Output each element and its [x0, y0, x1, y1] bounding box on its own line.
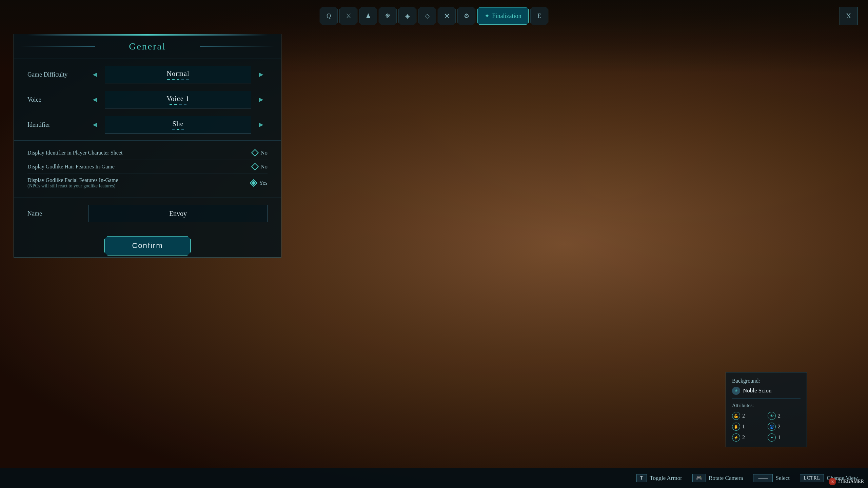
- identifier-row: Identifier She: [27, 116, 268, 134]
- diamond-icon-1: [251, 149, 259, 157]
- toggle-label-2: Display Godlike Hair Features In-Game: [27, 164, 115, 170]
- difficulty-row: Game Difficulty Normal: [27, 66, 268, 83]
- bg-card-title: Background:: [732, 378, 801, 384]
- difficulty-arrow-left[interactable]: [88, 69, 101, 80]
- vdot-3: [179, 104, 182, 105]
- nav-btn-q[interactable]: Q: [320, 7, 338, 25]
- vdot-4: [184, 104, 186, 105]
- voice-value: Voice 1: [166, 95, 189, 103]
- change-view-key: LCTRL: [800, 474, 824, 482]
- bg-card-name: ⚜ Noble Scion: [732, 387, 801, 399]
- identifier-label: Identifier: [27, 121, 82, 128]
- attr-intellect: 🌀 2: [768, 423, 801, 431]
- attr-strength: 💪 2: [732, 412, 765, 420]
- top-navigation: Q ⚔ ♟ ❋ ◈ ◇ ⚒ ⚙ ✦ Finalization E: [320, 7, 549, 25]
- identifier-dots: [172, 129, 184, 130]
- watermark-text: THEGAMER: [837, 479, 864, 484]
- voice-row: Voice Voice 1: [27, 91, 268, 108]
- nav-btn-profile[interactable]: ⚙: [457, 7, 476, 25]
- nav-btn-gem[interactable]: ◇: [418, 7, 436, 25]
- toggle-value-3[interactable]: Yes: [251, 180, 268, 186]
- attributes-title: Attributes:: [732, 403, 801, 408]
- nav-btn-character[interactable]: ♟: [359, 7, 377, 25]
- toggle-armor-key: T: [636, 474, 647, 482]
- voice-dots: [170, 104, 186, 105]
- strength-value: 2: [742, 413, 745, 419]
- select-action: —— Select: [753, 474, 790, 482]
- difficulty-arrow-right[interactable]: [255, 69, 268, 80]
- confirm-area: Confirm: [14, 229, 281, 262]
- attr-resolve: ✦ 1: [768, 433, 801, 442]
- voice-arrow-left[interactable]: [88, 94, 101, 105]
- dexterity-value: 2: [742, 434, 745, 441]
- select-label: Select: [775, 475, 790, 482]
- toggle-row-3: Display Godlike Facial Features In-Game …: [27, 174, 268, 192]
- dexterity-icon: ⚡: [732, 433, 740, 442]
- rotate-camera-action: 🎮 Rotate Camera: [692, 474, 743, 482]
- attr-dexterity: ⚡ 2: [732, 433, 765, 442]
- toggle-armor-label: Toggle Armor: [650, 475, 682, 482]
- toggle-value-2[interactable]: No: [252, 163, 268, 170]
- finalization-label: Finalization: [492, 13, 521, 20]
- nav-btn-shield[interactable]: ◈: [398, 7, 417, 25]
- toggle-row-1: Display Identifier in Player Character S…: [27, 146, 268, 160]
- charisma-icon: ✋: [732, 423, 740, 431]
- voice-arrow-right[interactable]: [255, 94, 268, 105]
- nav-btn-e[interactable]: E: [530, 7, 548, 25]
- difficulty-value-box: Normal: [105, 66, 251, 83]
- idot-3: [181, 129, 184, 130]
- rotate-camera-label: Rotate Camera: [709, 475, 743, 482]
- select-key: ——: [753, 474, 773, 482]
- voice-control: Voice 1: [88, 91, 268, 108]
- difficulty-control: Normal: [88, 66, 268, 83]
- bottom-bar: T Toggle Armor 🎮 Rotate Camera —— Select…: [0, 468, 868, 488]
- close-button[interactable]: X: [840, 7, 858, 25]
- toggle-label-1: Display Identifier in Player Character S…: [27, 150, 122, 156]
- resolve-icon: ✦: [768, 433, 776, 442]
- resolve-value: 1: [778, 434, 781, 441]
- watermark-icon: ⚔: [829, 478, 836, 485]
- watermark: ⚔ THEGAMER: [829, 478, 864, 485]
- toggle-label-3: Display Godlike Facial Features In-Game …: [27, 177, 118, 189]
- settings-section: Game Difficulty Normal Voice: [14, 59, 281, 141]
- toggle-section: Display Identifier in Player Character S…: [14, 141, 281, 198]
- name-row: Name Envoy: [27, 205, 268, 222]
- toggle-text-1: No: [260, 149, 268, 156]
- vdot-2: [174, 104, 177, 105]
- perception-value: 2: [778, 413, 781, 419]
- attr-charisma: ✋ 1: [732, 423, 765, 431]
- charisma-value: 1: [742, 424, 745, 430]
- finalization-icon: ✦: [485, 12, 490, 20]
- finalization-button[interactable]: ✦ Finalization: [477, 7, 529, 25]
- idot-1: [172, 129, 175, 130]
- panel-header: General: [14, 34, 281, 59]
- identifier-arrow-right[interactable]: [255, 119, 268, 130]
- strength-icon: 💪: [732, 412, 740, 420]
- toggle-text-2: No: [260, 163, 268, 170]
- background-card: Background: ⚜ Noble Scion Attributes: 💪 …: [726, 372, 807, 447]
- voice-label: Voice: [27, 96, 82, 103]
- difficulty-label: Game Difficulty: [27, 71, 82, 78]
- noble-scion-icon: ⚜: [732, 387, 740, 395]
- toggle-value-1[interactable]: No: [252, 149, 268, 156]
- identifier-value-box: She: [105, 116, 251, 134]
- attr-perception: 👁 2: [768, 412, 801, 420]
- dot-2: [172, 79, 175, 80]
- identifier-value: She: [173, 120, 184, 128]
- nav-btn-tool[interactable]: ⚒: [438, 7, 456, 25]
- identifier-control: She: [88, 116, 268, 134]
- dot-4: [181, 79, 184, 80]
- nav-btn-sword[interactable]: ⚔: [339, 7, 358, 25]
- attributes-grid: 💪 2 👁 2 ✋ 1 🌀 2 ⚡ 2 ✦ 1: [732, 412, 801, 442]
- intellect-value: 2: [778, 424, 781, 430]
- name-value: Envoy: [169, 210, 187, 218]
- identifier-arrow-left[interactable]: [88, 119, 101, 130]
- vdot-1: [170, 104, 172, 105]
- name-label: Name: [27, 210, 82, 217]
- difficulty-dots: [167, 79, 189, 80]
- name-input-box[interactable]: Envoy: [88, 205, 268, 222]
- diamond-icon-2: [251, 163, 259, 171]
- toggle-row-2: Display Godlike Hair Features In-Game No: [27, 160, 268, 174]
- nav-btn-cloud[interactable]: ❋: [379, 7, 397, 25]
- confirm-button[interactable]: Confirm: [104, 236, 191, 256]
